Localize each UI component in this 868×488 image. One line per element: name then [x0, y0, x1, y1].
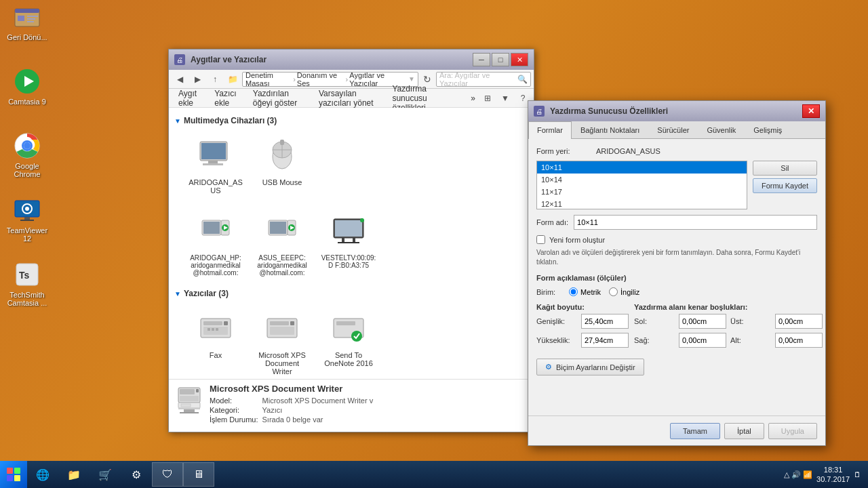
forward-button[interactable]: ▶: [189, 72, 205, 87]
close-button[interactable]: ✕: [511, 53, 528, 66]
forms-list[interactable]: 10×11 10×14 11×17 12×11: [536, 161, 747, 209]
form-aciklamasi-title: Form açıklaması (ölçüler): [536, 274, 817, 282]
sol-input[interactable]: [679, 314, 726, 329]
svg-rect-35: [270, 222, 286, 234]
clock-time: 18:31: [816, 465, 850, 474]
form-yeri-row: Form yeri: ARIDOGAN_ASUS: [536, 147, 817, 155]
sil-button[interactable]: Sil: [753, 161, 817, 176]
tab-suruculer[interactable]: Sürücüler: [648, 121, 698, 138]
svg-rect-62: [180, 396, 199, 401]
menu-yazici-ekle[interactable]: Yazıcı ekle: [208, 86, 246, 110]
ust-input[interactable]: [775, 314, 823, 329]
up-button[interactable]: ↑: [207, 72, 223, 87]
yeni-form-label: Yeni form oluştur: [549, 236, 605, 244]
desktop-icon-google-chrome[interactable]: GoogleChrome: [3, 132, 51, 178]
sag-input[interactable]: [679, 333, 726, 348]
settings-icon: ⚙: [545, 363, 552, 371]
radio-metrik-label: Metrik: [580, 288, 601, 296]
svg-rect-47: [224, 321, 228, 325]
menu-varsayilan-yazici[interactable]: Varsayılan yazıcıları yönet: [312, 86, 386, 110]
notification-button[interactable]: 🗒: [854, 470, 861, 479]
desktop-icon-techsmith[interactable]: Ts TechSmithCamtasia ...: [3, 261, 51, 307]
device-aridogan-hp[interactable]: ARIDOGAN_HP: aridoganmedikal @hotmail.co…: [185, 207, 246, 281]
back-button[interactable]: ◀: [172, 72, 188, 87]
bicim-ayarlari-button[interactable]: ⚙ Biçim Ayarlarını Değiştir: [536, 359, 644, 375]
device-vestel-tv[interactable]: VESTELTV:00:09:D F:B0:A3:75: [318, 207, 379, 281]
form-item-12x11[interactable]: 12×11: [537, 198, 747, 209]
svg-text:Ts: Ts: [19, 270, 30, 281]
form-item-10x14[interactable]: 10×14: [537, 174, 747, 186]
device-aridogan-asus[interactable]: ARIDOGAN_ASUS: [185, 131, 246, 199]
formu-kaydet-button[interactable]: Formu Kaydet: [753, 178, 817, 193]
device-usb-mouse[interactable]: USB Mouse: [252, 131, 313, 199]
taskbar-store[interactable]: 🛒: [90, 462, 121, 487]
form-yeri-value: ARIDOGAN_ASUS: [596, 147, 660, 155]
device-asus-eeepc[interactable]: ASUS_EEEPC: aridoganmedikal @hotmail.com…: [252, 207, 313, 281]
taskbar-comodo[interactable]: 🛡: [152, 462, 183, 487]
iptal-button[interactable]: İptal: [724, 423, 764, 439]
status-details: Model: Microsoft XPS Document Writer v K…: [210, 396, 527, 424]
section-yazicilar: ▼ Yazıcılar (3): [174, 289, 528, 298]
desktop-icon-camtasia9[interactable]: Camtasia 9: [3, 68, 51, 106]
dialog-titlebar: 🖨 Yazdırma Sunucusu Özellikleri ✕: [528, 101, 825, 121]
windows-logo-icon: [7, 468, 20, 481]
taskbar-items: 🌐 📁 🛒 ⚙ 🛡 🖥: [27, 461, 777, 488]
menu-aygit-ekle[interactable]: Aygıt ekle: [172, 86, 208, 110]
svg-rect-49: [208, 328, 210, 331]
device-fax[interactable]: Fax: [185, 304, 246, 379]
desktop-icon-teamviewer[interactable]: TeamViewer12: [3, 197, 51, 243]
dialog-close-button[interactable]: ✕: [802, 104, 820, 118]
svg-point-41: [360, 218, 364, 222]
devices-taskbar-icon: 🖥: [191, 466, 207, 483]
alt-input[interactable]: [775, 333, 823, 348]
folder-icon: 📁: [224, 72, 241, 87]
maximize-button[interactable]: □: [492, 53, 509, 66]
view-options-button[interactable]: ⊞: [479, 91, 496, 106]
clock-date: 30.7.2017: [816, 474, 850, 484]
svg-rect-21: [201, 143, 226, 159]
taskbar-devices[interactable]: 🖥: [183, 462, 214, 487]
device-send-to-onenote[interactable]: Send To OneNote 2016: [318, 304, 379, 379]
view-toggle-button[interactable]: ▼: [497, 91, 513, 106]
tab-guvenlik[interactable]: Güvenlik: [698, 121, 745, 138]
radio-metrik-input[interactable]: [569, 287, 578, 296]
svg-rect-16: [24, 217, 30, 220]
radio-ingiliz: İngiliz: [609, 287, 639, 296]
minimize-button[interactable]: ─: [473, 53, 490, 66]
birim-radio-group: Metrik İngiliz: [569, 287, 639, 296]
menu-more[interactable]: »: [467, 91, 479, 106]
form-adi-input[interactable]: [574, 215, 817, 230]
tab-gelismis[interactable]: Gelişmiş: [745, 121, 791, 138]
yeni-form-checkbox[interactable]: [536, 235, 545, 244]
status-info: Microsoft XPS Document Writer Model: Mic…: [210, 384, 527, 424]
svg-rect-40: [335, 220, 362, 237]
main-window: 🖨 Aygıtlar ve Yazıcılar ─ □ ✕ ◀ ▶ ↑ 📁 De…: [168, 49, 534, 432]
form-yeri-label: Form yeri:: [536, 147, 591, 155]
svg-rect-5: [27, 21, 34, 22]
tamam-button[interactable]: Tamam: [670, 423, 720, 439]
yukseklik-input[interactable]: [581, 333, 629, 348]
tab-baglanti-noktalari[interactable]: Bağlantı Noktaları: [572, 121, 648, 138]
svg-rect-51: [216, 328, 218, 331]
dialog-icon: 🖨: [534, 106, 545, 117]
taskbar-explorer[interactable]: 📁: [58, 462, 90, 487]
device-ms-xps[interactable]: Microsoft XPS Document Writer: [252, 304, 313, 379]
uygula-button[interactable]: Uygula: [768, 423, 817, 439]
start-button[interactable]: [0, 461, 27, 488]
device-label: Send To OneNote 2016: [321, 351, 376, 367]
tab-formlar[interactable]: Formlar: [528, 121, 572, 139]
svg-rect-22: [208, 161, 218, 163]
print-server-dialog: 🖨 Yazdırma Sunucusu Özellikleri ✕ Formla…: [528, 100, 826, 446]
taskbar-chrome[interactable]: ⚙: [121, 462, 152, 487]
menu-yazdirilani-goster[interactable]: Yazdırılan öğeyi göster: [246, 86, 312, 110]
main-window-icon: 🖨: [174, 54, 185, 65]
yazici-devices: Fax Microsoft XPS Document Writer: [174, 304, 528, 379]
note-text: Varolan adı ve ölçüleri değiştirerek yen…: [536, 248, 817, 267]
radio-ingiliz-input[interactable]: [609, 287, 618, 296]
genislik-input[interactable]: [581, 314, 629, 329]
taskbar-ie[interactable]: 🌐: [27, 462, 58, 487]
form-item-10x11[interactable]: 10×11: [537, 161, 747, 174]
desktop-icon-geri-don[interactable]: Geri Dönü...: [3, 3, 51, 41]
explorer-icon: 📁: [66, 466, 82, 483]
form-item-11x17[interactable]: 11×17: [537, 186, 747, 198]
